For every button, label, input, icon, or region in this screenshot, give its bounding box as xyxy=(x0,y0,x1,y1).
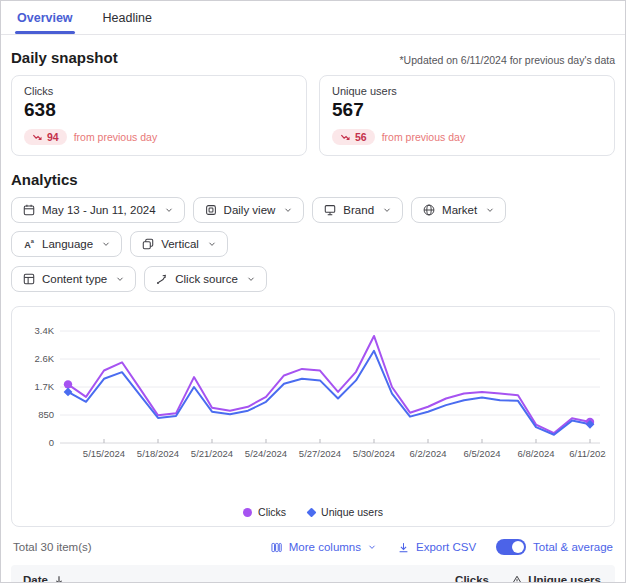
trend-down-icon xyxy=(340,132,351,143)
filter-chip-label: Daily view xyxy=(224,204,276,216)
total-items-summary: Total 30 item(s) xyxy=(13,541,92,553)
svg-text:5/30/2024: 5/30/2024 xyxy=(353,448,395,459)
analytics-line-chart: 08501.7K2.6K3.4K5/15/20245/18/20245/21/2… xyxy=(22,319,604,503)
click-source-icon xyxy=(155,272,169,286)
filter-chip-brand[interactable]: Brand xyxy=(312,197,403,223)
filter-chip-label: Click source xyxy=(175,273,238,285)
more-columns-label: More columns xyxy=(289,541,361,553)
svg-text:6/11/2024: 6/11/2024 xyxy=(569,448,606,459)
svg-text:6/2/2024: 6/2/2024 xyxy=(410,448,447,459)
legend-item-clicks: Clicks xyxy=(243,506,286,518)
analytics-dashboard: { "tabs": [ { "label": "Overview", "acti… xyxy=(0,0,626,583)
clicks-card: Clicks 638 94 from previous day xyxy=(11,75,307,156)
clicks-card-value: 638 xyxy=(24,99,294,121)
daily-snapshot-title: Daily snapshot xyxy=(11,49,118,66)
filter-chip-content-type[interactable]: Content type xyxy=(11,266,136,292)
legend-label: Clicks xyxy=(258,506,286,518)
filter-chip-market[interactable]: Market xyxy=(411,197,506,223)
export-csv-button[interactable]: Export CSV xyxy=(397,541,476,554)
analytics-title: Analytics xyxy=(11,171,615,188)
table-header-row: Date Clicks Unique users xyxy=(11,565,615,583)
filter-chip-label: Brand xyxy=(343,204,374,216)
date-header-label: Date xyxy=(23,574,48,583)
export-csv-label: Export CSV xyxy=(416,541,476,553)
legend-circle-swatch xyxy=(243,508,252,517)
filter-chip-may-13-jun-11-2024[interactable]: May 13 - Jun 11, 2024 xyxy=(11,197,185,223)
legend-diamond-swatch xyxy=(307,507,317,517)
svg-text:5/24/2024: 5/24/2024 xyxy=(245,448,287,459)
chevron-down-icon xyxy=(101,239,111,249)
download-icon xyxy=(397,541,410,554)
legend-label: Unique users xyxy=(321,506,383,518)
filter-chip-label: May 13 - Jun 11, 2024 xyxy=(42,204,156,216)
svg-text:5/27/2024: 5/27/2024 xyxy=(299,448,341,459)
chevron-down-icon xyxy=(367,542,377,552)
snapshot-cards: Clicks 638 94 from previous day Unique u… xyxy=(11,75,615,156)
chevron-down-icon xyxy=(485,205,495,215)
language-icon xyxy=(22,237,36,251)
filter-chip-language[interactable]: Language xyxy=(11,231,122,257)
updated-note: *Updated on 6/11/2024 for previous day's… xyxy=(400,54,615,66)
more-columns-button[interactable]: More columns xyxy=(270,541,377,554)
content-type-icon xyxy=(22,272,36,286)
filter-row-2: Content typeClick source xyxy=(11,266,615,292)
filter-chip-vertical[interactable]: Vertical xyxy=(130,231,228,257)
column-header-date[interactable]: Date xyxy=(23,574,359,583)
chevron-down-icon xyxy=(246,274,256,284)
clicks-delta-badge: 94 xyxy=(24,129,67,145)
unique-users-card-label: Unique users xyxy=(332,85,602,97)
toggle-switch[interactable] xyxy=(496,539,526,555)
tab-headline[interactable]: Headline xyxy=(101,3,154,34)
filter-chip-label: Market xyxy=(442,204,477,216)
svg-text:5/18/2024: 5/18/2024 xyxy=(137,448,179,459)
svg-text:0: 0 xyxy=(49,437,54,448)
svg-text:2.6K: 2.6K xyxy=(34,353,54,364)
brand-icon xyxy=(323,203,337,217)
market-icon xyxy=(422,203,436,217)
chevron-down-icon xyxy=(115,274,125,284)
svg-text:850: 850 xyxy=(38,409,54,420)
chevron-down-icon xyxy=(382,205,392,215)
unique-users-header-label: Unique users xyxy=(528,574,601,583)
total-average-toggle[interactable]: Total & average xyxy=(496,539,613,555)
unique-users-delta-badge: 56 xyxy=(332,129,375,145)
main-content: Daily snapshot *Updated on 6/11/2024 for… xyxy=(1,35,625,583)
svg-text:1.7K: 1.7K xyxy=(34,381,54,392)
chart-legend: ClicksUnique users xyxy=(22,506,604,518)
svg-text:6/8/2024: 6/8/2024 xyxy=(518,448,555,459)
column-header-unique-users[interactable]: Unique users xyxy=(489,574,601,583)
total-average-label: Total & average xyxy=(533,541,613,553)
unique-users-delta-value: 56 xyxy=(355,131,367,143)
svg-text:3.4K: 3.4K xyxy=(34,325,54,336)
unique-users-card-value: 567 xyxy=(332,99,602,121)
filter-chip-label: Language xyxy=(42,238,93,250)
clicks-delta-suffix: from previous day xyxy=(74,131,157,143)
unique-users-delta-suffix: from previous day xyxy=(382,131,465,143)
svg-text:5/15/2024: 5/15/2024 xyxy=(83,448,125,459)
filter-chip-label: Content type xyxy=(42,273,107,285)
daily-view-icon xyxy=(204,203,218,217)
legend-item-unique-users: Unique users xyxy=(308,506,383,518)
trend-down-icon xyxy=(32,132,43,143)
top-tab-bar: Overview Headline xyxy=(1,1,625,35)
analytics-table: Date Clicks Unique users Overall total44… xyxy=(11,565,615,583)
column-header-clicks[interactable]: Clicks xyxy=(359,574,489,583)
svg-text:6/5/2024: 6/5/2024 xyxy=(464,448,501,459)
clicks-delta-value: 94 xyxy=(47,131,59,143)
sort-descending-icon xyxy=(53,574,65,583)
chevron-down-icon xyxy=(283,205,293,215)
warning-icon xyxy=(511,574,523,583)
vertical-icon xyxy=(141,237,155,251)
filter-chip-click-source[interactable]: Click source xyxy=(144,266,267,292)
tab-overview[interactable]: Overview xyxy=(15,3,75,34)
clicks-card-label: Clicks xyxy=(24,85,294,97)
columns-icon xyxy=(270,541,283,554)
analytics-chart-card: 08501.7K2.6K3.4K5/15/20245/18/20245/21/2… xyxy=(11,306,615,527)
table-toolbar: Total 30 item(s) More columns Export CSV… xyxy=(11,539,615,555)
calendar-icon xyxy=(22,203,36,217)
svg-text:5/21/2024: 5/21/2024 xyxy=(191,448,233,459)
unique-users-card: Unique users 567 56 from previous day xyxy=(319,75,615,156)
filter-chip-daily-view[interactable]: Daily view xyxy=(193,197,305,223)
filter-row-1: May 13 - Jun 11, 2024Daily viewBrandMark… xyxy=(11,197,615,257)
filter-chip-label: Vertical xyxy=(161,238,199,250)
